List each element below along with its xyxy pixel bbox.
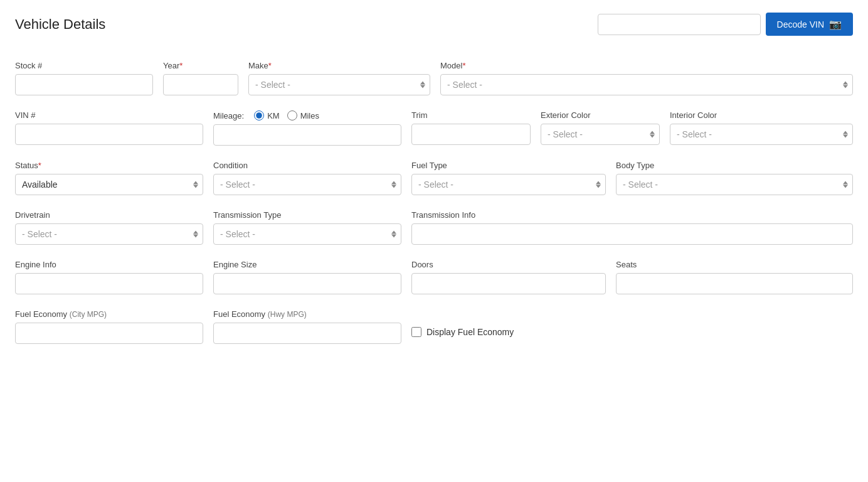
condition-field: Condition - Select - <box>213 161 401 195</box>
drivetrain-select[interactable]: - Select - <box>15 223 203 245</box>
row-status-condition-fuel-body: Status* Available - Select - Condition <box>15 161 853 195</box>
trim-field: Trim <box>411 110 531 145</box>
status-select[interactable]: Available - Select - <box>15 174 203 195</box>
seats-label: Seats <box>616 260 853 269</box>
exterior-color-field: Exterior Color - Select - <box>541 110 660 145</box>
model-select[interactable]: - Select - <box>440 74 853 95</box>
engine-size-label: Engine Size <box>213 260 401 269</box>
engine-info-label: Engine Info <box>15 260 203 269</box>
interior-color-label: Interior Color <box>670 110 853 120</box>
fuel-type-field: Fuel Type - Select - <box>411 161 606 195</box>
stock-input[interactable] <box>15 74 153 95</box>
page-header: Vehicle Details Decode VIN 📷 <box>15 13 853 43</box>
trim-label: Trim <box>411 110 531 120</box>
condition-label: Condition <box>213 161 401 170</box>
km-label: KM <box>267 111 280 120</box>
make-select[interactable]: - Select - <box>248 74 430 95</box>
exterior-color-label: Exterior Color <box>541 110 660 120</box>
make-select-wrapper: - Select - <box>248 74 430 95</box>
km-radio[interactable] <box>254 110 264 120</box>
fuel-type-select[interactable]: - Select - <box>411 174 606 195</box>
make-label: Make* <box>248 61 430 70</box>
interior-color-select[interactable]: - Select - <box>670 124 853 145</box>
transmission-info-label: Transmission Info <box>411 210 853 220</box>
condition-select[interactable]: - Select - <box>213 174 401 195</box>
mileage-field: Mileage: KM Miles <box>213 110 401 146</box>
doors-field: Doors <box>411 260 606 294</box>
display-fuel-economy-field: Display Fuel Economy <box>411 327 514 337</box>
exterior-color-select-wrapper: - Select - <box>541 124 660 145</box>
miles-radio[interactable] <box>287 110 297 120</box>
status-field: Status* Available - Select - <box>15 161 203 195</box>
vehicle-form: Stock # Year* Make* - Select - <box>15 61 853 344</box>
trim-input[interactable] <box>411 124 531 145</box>
mileage-label-row: Mileage: KM Miles <box>213 110 401 120</box>
fuel-economy-city-label: Fuel Economy (City MPG) <box>15 309 203 319</box>
fuel-type-select-wrapper: - Select - <box>411 174 606 195</box>
make-field: Make* - Select - <box>248 61 430 95</box>
body-type-select[interactable]: - Select - <box>616 174 853 195</box>
row-stock-year-make-model: Stock # Year* Make* - Select - <box>15 61 853 95</box>
transmission-info-input[interactable] <box>411 223 853 245</box>
miles-label: Miles <box>300 111 319 120</box>
km-radio-option[interactable]: KM <box>254 110 280 120</box>
status-select-wrapper: Available - Select - <box>15 174 203 195</box>
engine-size-field: Engine Size <box>213 260 401 294</box>
vin-search-input[interactable] <box>598 14 761 35</box>
doors-label: Doors <box>411 260 606 269</box>
status-label: Status* <box>15 161 203 170</box>
model-select-wrapper: - Select - <box>440 74 853 95</box>
mileage-label: Mileage: <box>213 111 244 120</box>
fuel-type-label: Fuel Type <box>411 161 606 170</box>
display-fuel-economy-label[interactable]: Display Fuel Economy <box>426 327 514 337</box>
transmission-type-select-wrapper: - Select - <box>213 223 401 245</box>
transmission-info-field: Transmission Info <box>411 210 853 245</box>
camera-icon: 📷 <box>829 18 842 30</box>
interior-color-field: Interior Color - Select - <box>670 110 853 145</box>
transmission-type-select[interactable]: - Select - <box>213 223 401 245</box>
engine-size-input[interactable] <box>213 273 401 294</box>
mileage-input[interactable] <box>213 124 401 146</box>
display-fuel-economy-checkbox[interactable] <box>411 327 421 337</box>
stock-label: Stock # <box>15 61 153 70</box>
engine-info-input[interactable] <box>15 273 203 294</box>
body-type-select-wrapper: - Select - <box>616 174 853 195</box>
fuel-economy-city-input[interactable] <box>15 323 203 344</box>
doors-input[interactable] <box>411 273 606 294</box>
seats-field: Seats <box>616 260 853 294</box>
decode-vin-label: Decode VIN <box>777 19 824 29</box>
condition-select-wrapper: - Select - <box>213 174 401 195</box>
row-vin-mileage-trim-colors: VIN # Mileage: KM Miles <box>15 110 853 146</box>
year-label: Year* <box>163 61 238 70</box>
engine-info-field: Engine Info <box>15 260 203 294</box>
interior-color-select-wrapper: - Select - <box>670 124 853 145</box>
decode-vin-button[interactable]: Decode VIN 📷 <box>766 13 853 36</box>
fuel-economy-hwy-label: Fuel Economy (Hwy MPG) <box>213 309 401 319</box>
model-field: Model* - Select - <box>440 61 853 95</box>
drivetrain-field: Drivetrain - Select - <box>15 210 203 245</box>
year-input[interactable] <box>163 74 238 95</box>
model-label: Model* <box>440 61 853 70</box>
header-right: Decode VIN 📷 <box>598 13 853 36</box>
stock-field: Stock # <box>15 61 153 95</box>
row-engine-doors-seats: Engine Info Engine Size Doors Seats <box>15 260 853 294</box>
page-title: Vehicle Details <box>15 16 105 33</box>
exterior-color-select[interactable]: - Select - <box>541 124 660 145</box>
body-type-label: Body Type <box>616 161 853 170</box>
body-type-field: Body Type - Select - <box>616 161 853 195</box>
row-drivetrain-transmission: Drivetrain - Select - Transmission Type … <box>15 210 853 245</box>
drivetrain-select-wrapper: - Select - <box>15 223 203 245</box>
transmission-type-label: Transmission Type <box>213 210 401 220</box>
seats-input[interactable] <box>616 273 853 294</box>
fuel-economy-hwy-field: Fuel Economy (Hwy MPG) <box>213 309 401 344</box>
fuel-economy-hwy-input[interactable] <box>213 323 401 344</box>
row-fuel-economy: Fuel Economy (City MPG) Fuel Economy (Hw… <box>15 309 853 344</box>
transmission-type-field: Transmission Type - Select - <box>213 210 401 245</box>
vin-input[interactable] <box>15 124 203 145</box>
vin-label: VIN # <box>15 110 203 120</box>
fuel-economy-city-field: Fuel Economy (City MPG) <box>15 309 203 344</box>
vin-field: VIN # <box>15 110 203 145</box>
mileage-unit-radio-group: KM Miles <box>254 110 319 120</box>
miles-radio-option[interactable]: Miles <box>287 110 319 120</box>
drivetrain-label: Drivetrain <box>15 210 203 220</box>
